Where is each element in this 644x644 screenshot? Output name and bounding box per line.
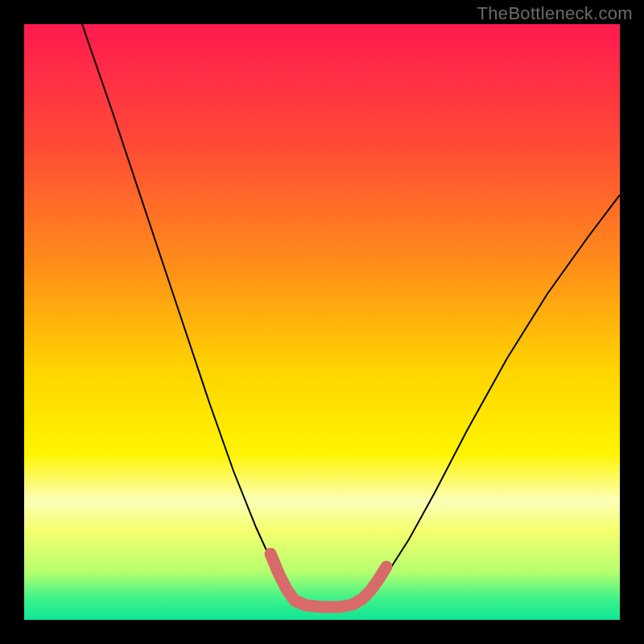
- chart-frame: TheBottleneck.com: [0, 0, 644, 644]
- watermark-text: TheBottleneck.com: [477, 3, 633, 24]
- bottleneck-chart: [24, 24, 620, 620]
